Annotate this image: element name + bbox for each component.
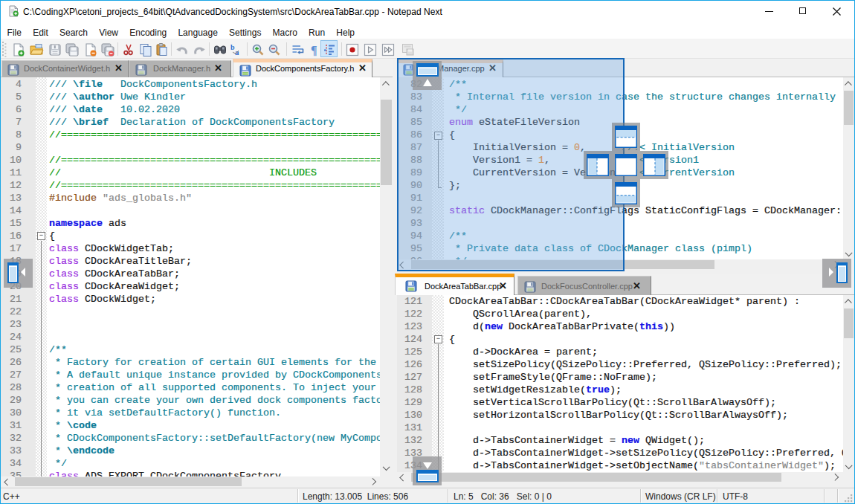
svg-text:¶: ¶ <box>311 44 317 56</box>
